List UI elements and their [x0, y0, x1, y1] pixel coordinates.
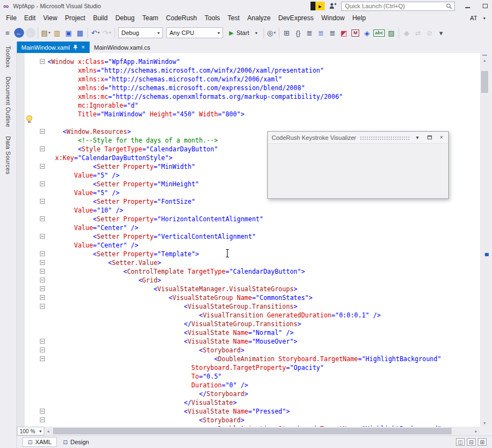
code-line[interactable]: To="0.5" — [48, 372, 441, 381]
fold-collapse-toggle[interactable]: − — [40, 181, 45, 186]
maximize-button[interactable] — [478, 1, 492, 11]
fold-collapse-toggle[interactable]: − — [40, 356, 45, 361]
menu-item-edit[interactable]: Edit — [20, 13, 39, 23]
fold-collapse-toggle[interactable]: − — [40, 59, 45, 64]
menu-item-analyze[interactable]: Analyze — [243, 13, 274, 23]
markdown-editor-icon[interactable]: M — [350, 27, 361, 39]
code-line[interactable]: <DoubleAnimation Storyboard.TargetName="… — [48, 355, 441, 363]
keystroke-visualizer-header[interactable]: CodeRush Keystroke Visualizer ▾ × — [268, 132, 448, 143]
format-document-icon[interactable]: {} — [292, 27, 304, 39]
refactor-icon[interactable]: ◆ — [401, 27, 412, 39]
code-line[interactable]: mc:Ignorable="d" — [48, 101, 441, 110]
code-line[interactable]: <ControlTemplate TargetType="CalendarDay… — [48, 267, 441, 276]
send-feedback-icon[interactable] — [328, 2, 338, 10]
window-layout-icon[interactable]: ≡ — [2, 27, 13, 39]
code-line[interactable]: <Setter Property="Template"> — [48, 250, 441, 258]
fold-collapse-toggle[interactable]: − — [40, 234, 45, 239]
fold-collapse-toggle[interactable]: − — [40, 278, 45, 282]
menu-item-help[interactable]: Help — [348, 13, 370, 23]
undo-icon[interactable]: ↶▾ — [90, 27, 101, 39]
code-line[interactable]: xmlns="http://schemas.microsoft.com/winf… — [48, 66, 441, 75]
code-line[interactable]: Title="MainWindow" Height="450" Width="8… — [48, 110, 441, 119]
code-line[interactable] — [48, 119, 441, 127]
side-tab-document-outline[interactable]: Document Outline — [5, 76, 11, 127]
fold-collapse-toggle[interactable]: − — [40, 295, 45, 300]
menu-item-project[interactable]: Project — [61, 13, 89, 23]
fold-collapse-toggle[interactable]: − — [40, 304, 45, 309]
fold-collapse-toggle[interactable]: − — [40, 146, 45, 151]
swap-icon[interactable]: ⇄ — [412, 27, 424, 39]
scroll-up-icon[interactable]: ▲ — [480, 57, 489, 64]
platform-combo[interactable]: Any CPU▾ — [166, 27, 223, 38]
menu-item-devexpress[interactable]: DevExpress — [274, 13, 318, 23]
spell-checker-icon[interactable]: abc — [373, 27, 386, 39]
fold-collapse-toggle[interactable]: − — [40, 199, 45, 204]
code-line[interactable]: <VisualState Name="MouseOver"> — [48, 337, 441, 346]
breakpoint-margin[interactable] — [17, 53, 25, 427]
panel-maximize-button[interactable] — [425, 133, 434, 142]
code-line[interactable]: <Setter Property="VerticalContentAlignme… — [48, 232, 441, 241]
code-line[interactable]: xmlns:x="http://schemas.microsoft.com/wi… — [48, 75, 441, 84]
quick-launch-input[interactable] — [344, 3, 446, 9]
editor[interactable]: −−−−−−−−−−−−−−−−−−−− <Window x:Class="Wp… — [17, 53, 489, 427]
map-pin-icon[interactable]: ◈ — [361, 27, 373, 39]
bottom-tab-design[interactable]: ⊡Design — [58, 438, 94, 446]
menu-item-debug[interactable]: Debug — [112, 13, 138, 23]
side-tab-toolbox[interactable]: Toolbox — [5, 46, 11, 68]
menu-item-file[interactable]: File — [2, 13, 20, 23]
code-line[interactable]: xmlns:mc="http://schemas.openxmlformats.… — [48, 92, 441, 101]
fold-collapse-toggle[interactable]: − — [40, 269, 45, 274]
new-item-icon[interactable]: ▤▾ — [40, 27, 51, 39]
line-numbers-icon[interactable]: ≣ — [315, 27, 327, 39]
menu-item-test[interactable]: Test — [224, 13, 243, 23]
horizontal-scrollbar[interactable] — [52, 427, 472, 435]
menu-item-tools[interactable]: Tools — [201, 13, 224, 23]
find-in-files-icon[interactable]: ◎▾ — [266, 27, 277, 39]
code-line[interactable]: <VisualTransition GeneratedDuration="0:0… — [48, 311, 441, 320]
code-line[interactable]: xmlns:d="http://schemas.microsoft.com/ex… — [48, 84, 441, 92]
vertical-scroll-thumb[interactable] — [481, 71, 488, 93]
debug-target-combo[interactable]: Debug▾ — [118, 27, 163, 38]
menu-item-coderush[interactable]: CodeRush — [162, 13, 201, 23]
bottom-tab-xaml[interactable]: ⊡XAML — [22, 437, 57, 447]
doc-tab-mainwindow-xaml[interactable]: MainWindow.xaml× — [17, 42, 90, 53]
pin-icon[interactable] — [73, 45, 78, 50]
save-all-icon[interactable]: ▦ — [74, 27, 86, 39]
scroll-down-icon[interactable]: ▼ — [480, 420, 489, 427]
scroll-left-icon[interactable]: ◄ — [44, 427, 52, 435]
code-line[interactable]: <VisualStateGroup.Transitions> — [48, 302, 441, 311]
split-vertical-button[interactable]: ◫ — [456, 438, 465, 446]
code-line[interactable]: Duration="0" /> — [48, 381, 441, 390]
lightbulb-icon[interactable] — [26, 115, 32, 121]
scroll-right-icon[interactable]: ► — [472, 427, 480, 435]
code-line[interactable]: </Storyboard> — [48, 390, 441, 398]
outline-list-icon[interactable]: ≣ — [327, 27, 338, 39]
image-icon[interactable]: ▨ — [385, 27, 397, 39]
code-line[interactable]: <Grid> — [48, 276, 441, 285]
menu-item-view[interactable]: View — [39, 13, 61, 23]
redo-icon[interactable]: ↷▾ — [101, 27, 113, 39]
split-horizontal-button[interactable]: ⊟ — [467, 438, 476, 446]
coderush-training-icon[interactable]: ▸ — [311, 2, 325, 10]
code-line[interactable]: <Setter.Value> — [48, 258, 441, 267]
minimize-button[interactable] — [460, 1, 475, 11]
vertical-scrollbar[interactable]: ▲ ▼ — [480, 53, 489, 427]
code-line[interactable]: <Storyboard> — [48, 416, 441, 425]
fold-collapse-toggle[interactable]: − — [40, 129, 45, 134]
close-icon[interactable]: × — [81, 44, 85, 50]
fold-collapse-toggle[interactable]: − — [40, 339, 45, 344]
code-line[interactable]: <Setter Property="HorizontalContentAlign… — [48, 215, 441, 223]
menu-item-team[interactable]: Team — [138, 13, 162, 23]
splitter-handle[interactable] — [480, 53, 489, 57]
menu-item-window[interactable]: Window — [318, 13, 349, 23]
start-debug-button[interactable]: ▶Start▾ — [225, 30, 262, 37]
match-brace-icon[interactable]: ⊞ — [281, 27, 292, 39]
code-line[interactable]: <Visual​StateManager.VisualStateGroups> — [48, 285, 441, 293]
code-line[interactable]: Value="10" /> — [48, 206, 441, 215]
toolbar-overflow-icon[interactable]: ▾ — [435, 27, 447, 39]
fold-collapse-toggle[interactable]: − — [40, 216, 45, 221]
code-line[interactable]: Value="Center" /> — [48, 223, 441, 232]
fold-collapse-toggle[interactable]: − — [40, 260, 45, 265]
detach-icon[interactable]: ⊘ — [424, 27, 435, 39]
side-tab-data-sources[interactable]: Data Sources — [5, 136, 11, 174]
